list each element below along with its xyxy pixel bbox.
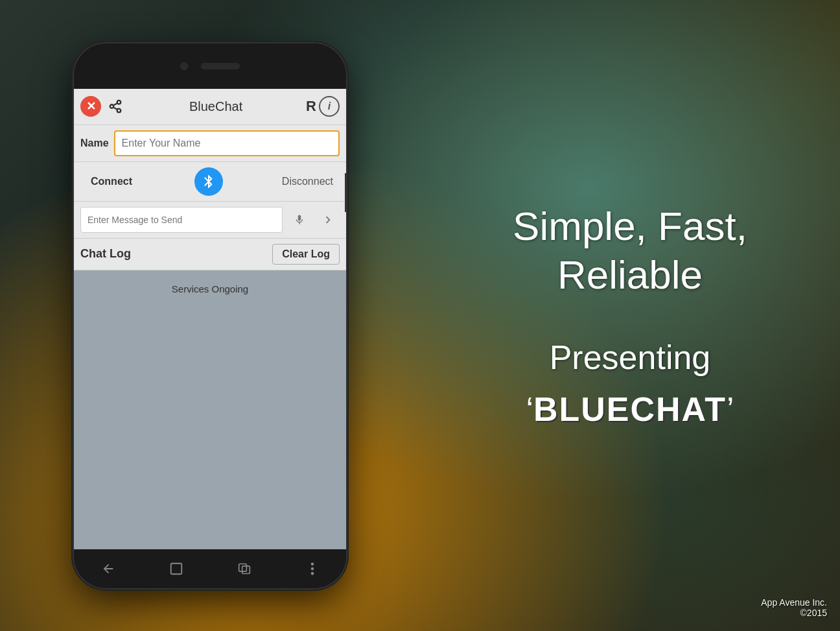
svg-point-2 bbox=[117, 109, 121, 113]
svg-rect-5 bbox=[170, 563, 181, 574]
phone-screen: ✕ BlueChat R i Name bbox=[74, 89, 346, 549]
clear-log-button[interactable]: Clear Log bbox=[272, 244, 340, 265]
recents-nav-button[interactable] bbox=[231, 556, 257, 582]
svg-point-10 bbox=[310, 572, 314, 575]
send-button[interactable] bbox=[316, 208, 340, 232]
brand-name: BLUECHAT bbox=[533, 390, 727, 429]
back-nav-button[interactable] bbox=[95, 556, 121, 582]
brand-quote-open: ‘ bbox=[526, 390, 533, 429]
svg-point-8 bbox=[310, 562, 314, 566]
bluetooth-icon[interactable] bbox=[194, 167, 223, 196]
right-panel: Simple, Fast, Reliable Presenting ‘ BLUE… bbox=[420, 0, 840, 631]
connect-row: Connect Disconnect bbox=[74, 162, 346, 202]
services-status: Services Ongoing bbox=[80, 283, 340, 294]
footer: App Avenue Inc. ©2015 bbox=[761, 597, 827, 618]
side-button bbox=[345, 173, 346, 212]
disconnect-button[interactable]: Disconnect bbox=[275, 172, 340, 191]
phone-bottom-nav bbox=[74, 549, 346, 588]
svg-point-0 bbox=[117, 101, 121, 104]
close-button[interactable]: ✕ bbox=[80, 96, 101, 117]
copyright-year: ©2015 bbox=[761, 608, 827, 618]
left-panel: ✕ BlueChat R i Name bbox=[0, 0, 420, 631]
svg-point-1 bbox=[110, 104, 114, 108]
app-bar: ✕ BlueChat R i bbox=[74, 89, 346, 125]
share-icon[interactable] bbox=[105, 96, 126, 117]
phone-top bbox=[74, 43, 346, 89]
chat-log-header: Chat Log Clear Log bbox=[74, 239, 346, 270]
menu-nav-button[interactable] bbox=[299, 556, 325, 582]
connect-button[interactable]: Connect bbox=[80, 172, 143, 191]
info-icon[interactable]: i bbox=[319, 96, 340, 117]
home-nav-button[interactable] bbox=[163, 556, 189, 582]
svg-line-3 bbox=[113, 107, 117, 110]
message-input[interactable] bbox=[80, 207, 283, 233]
chat-log-title: Chat Log bbox=[80, 247, 131, 261]
tagline: Simple, Fast, Reliable bbox=[446, 202, 814, 299]
name-row: Name bbox=[74, 125, 346, 162]
svg-point-9 bbox=[310, 567, 314, 570]
front-camera bbox=[180, 62, 188, 70]
name-input[interactable] bbox=[114, 130, 340, 156]
message-row bbox=[74, 202, 346, 239]
app-title: BlueChat bbox=[126, 99, 306, 114]
chat-log-content[interactable]: Services Ongoing bbox=[74, 270, 346, 549]
svg-line-4 bbox=[113, 103, 117, 106]
mic-button[interactable] bbox=[288, 208, 311, 232]
presenting-text: Presenting bbox=[550, 338, 711, 377]
name-label: Name bbox=[80, 137, 109, 149]
phone-device: ✕ BlueChat R i Name bbox=[74, 43, 346, 588]
r-label: R bbox=[306, 98, 316, 115]
brand-quote-close: ’ bbox=[727, 390, 734, 429]
earpiece-speaker bbox=[201, 63, 240, 69]
company-name: App Avenue Inc. bbox=[761, 597, 827, 608]
